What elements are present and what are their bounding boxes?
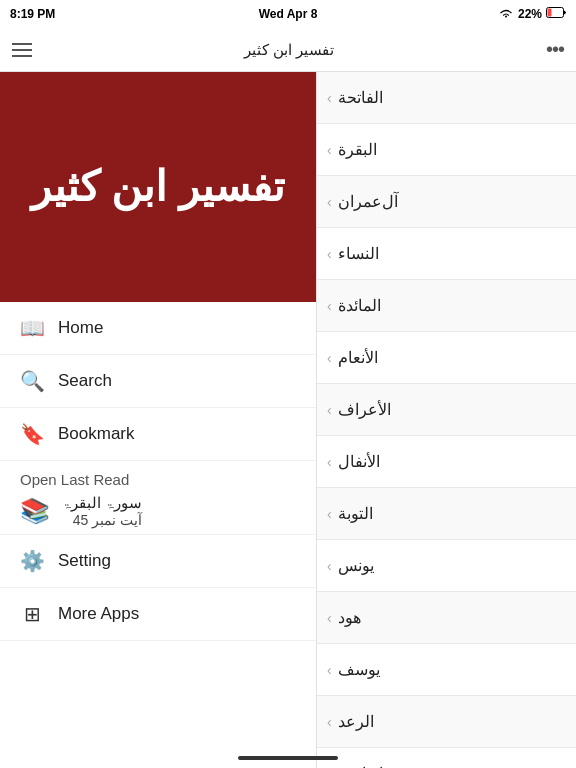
surah-item[interactable]: النساء › — [317, 228, 576, 280]
surah-item[interactable]: الرعد › — [317, 696, 576, 748]
surah-chevron-icon: › — [327, 662, 332, 678]
setting-label: Setting — [58, 551, 111, 571]
surah-chevron-icon: › — [327, 506, 332, 522]
surah-name: يونس — [338, 556, 374, 575]
sidebar: تفسیر ابن کثیر 📖 Home 🔍 Search 🔖 Bookmar… — [0, 72, 317, 768]
surah-name: التوبة — [338, 504, 373, 523]
surah-chevron-icon: › — [327, 454, 332, 470]
last-read-title: Open Last Read — [20, 471, 296, 488]
surah-item[interactable]: الأنفال › — [317, 436, 576, 488]
surah-item[interactable]: البقرة › — [317, 124, 576, 176]
nav-title: تفسیر ابن کثیر — [244, 41, 334, 59]
svg-rect-1 — [548, 9, 552, 17]
more-button[interactable]: ••• — [546, 38, 564, 61]
surah-chevron-icon: › — [327, 246, 332, 262]
surah-item[interactable]: الأعراف › — [317, 384, 576, 436]
surah-chevron-icon: › — [327, 610, 332, 626]
sidebar-header-text: تفسیر ابن کثیر — [21, 152, 295, 222]
hamburger-line-2 — [12, 49, 32, 51]
surah-chevron-icon: › — [327, 142, 332, 158]
status-bar: 8:19 PM Wed Apr 8 22% — [0, 0, 576, 28]
home-label: Home — [58, 318, 103, 338]
setting-icon: ⚙️ — [20, 549, 44, 573]
surah-item[interactable]: التوبة › — [317, 488, 576, 540]
surah-chevron-icon: › — [327, 298, 332, 314]
surah-name: يوسف — [338, 660, 380, 679]
surah-list: الفاتحة › البقرة › آل‌عمران › النساء › ا… — [317, 72, 576, 768]
status-indicators: 22% — [498, 7, 566, 22]
sidebar-item-setting[interactable]: ⚙️ Setting — [0, 535, 316, 588]
surah-name: إبراهيم — [338, 764, 383, 768]
surah-name: الأعراف — [338, 400, 391, 419]
status-time: 8:19 PM — [10, 7, 55, 21]
surah-item[interactable]: آل‌عمران › — [317, 176, 576, 228]
hamburger-button[interactable] — [12, 43, 32, 57]
surah-item[interactable]: هود › — [317, 592, 576, 644]
surah-chevron-icon: › — [327, 714, 332, 730]
sidebar-item-home[interactable]: 📖 Home — [0, 302, 316, 355]
surah-name: الفاتحة — [338, 88, 383, 107]
hamburger-line-1 — [12, 43, 32, 45]
surah-chevron-icon: › — [327, 90, 332, 106]
sidebar-item-search[interactable]: 🔍 Search — [0, 355, 316, 408]
surah-name: آل‌عمران — [338, 192, 398, 211]
bottom-indicator — [238, 756, 338, 760]
hamburger-line-3 — [12, 55, 32, 57]
surah-chevron-icon: › — [327, 558, 332, 574]
main-layout: تفسیر ابن کثیر 📖 Home 🔍 Search 🔖 Bookmar… — [0, 72, 576, 768]
search-icon: 🔍 — [20, 369, 44, 393]
surah-name: المائدة — [338, 296, 381, 315]
last-read-section: Open Last Read 📚 سورۃ البقرۃ آیت نمبر 45 — [0, 461, 316, 535]
surah-item[interactable]: الفاتحة › — [317, 72, 576, 124]
more-apps-icon: ⊞ — [20, 602, 44, 626]
last-read-ayat: آیت نمبر 45 — [73, 512, 142, 528]
bookmark-icon: 🔖 — [20, 422, 44, 446]
surah-name: البقرة — [338, 140, 377, 159]
surah-item[interactable]: المائدة › — [317, 280, 576, 332]
last-read-content[interactable]: 📚 سورۃ البقرۃ آیت نمبر 45 — [20, 494, 296, 528]
bookmark-label: Bookmark — [58, 424, 135, 444]
nav-bar: تفسیر ابن کثیر ••• — [0, 28, 576, 72]
search-label: Search — [58, 371, 112, 391]
sidebar-item-bookmark[interactable]: 🔖 Bookmark — [0, 408, 316, 461]
surah-item[interactable]: الأنعام › — [317, 332, 576, 384]
last-read-info: سورۃ البقرۃ آیت نمبر 45 — [62, 494, 142, 528]
sidebar-header: تفسیر ابن کثیر — [0, 72, 316, 302]
wifi-icon — [498, 7, 514, 22]
surah-chevron-icon: › — [327, 402, 332, 418]
surah-name: هود — [338, 608, 361, 627]
status-date: Wed Apr 8 — [259, 7, 318, 21]
surah-name: النساء — [338, 244, 379, 263]
sidebar-item-more-apps[interactable]: ⊞ More Apps — [0, 588, 316, 641]
surah-chevron-icon: › — [327, 194, 332, 210]
surah-name: الرعد — [338, 712, 374, 731]
surah-name: الأنفال — [338, 452, 380, 471]
surah-item[interactable]: إبراهيم › — [317, 748, 576, 768]
more-apps-label: More Apps — [58, 604, 139, 624]
battery-icon — [546, 7, 566, 21]
last-read-surah: سورۃ البقرۃ — [62, 494, 142, 512]
battery-text: 22% — [518, 7, 542, 21]
last-read-icon: 📚 — [20, 497, 50, 525]
surah-name: الأنعام — [338, 348, 378, 367]
surah-chevron-icon: › — [327, 350, 332, 366]
surah-item[interactable]: يونس › — [317, 540, 576, 592]
home-icon: 📖 — [20, 316, 44, 340]
surah-item[interactable]: يوسف › — [317, 644, 576, 696]
